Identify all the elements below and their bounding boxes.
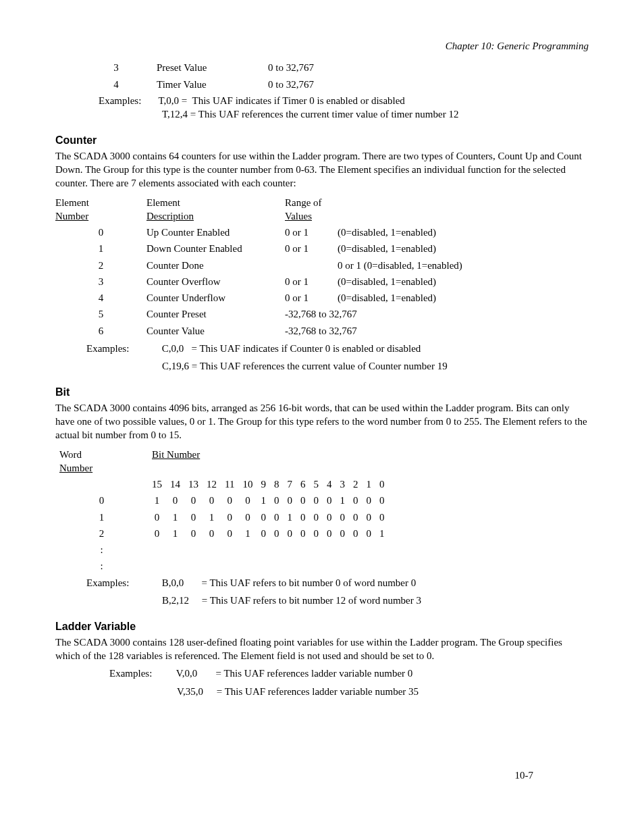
bit-col: 6 bbox=[296, 476, 310, 492]
bit-col: 0 bbox=[375, 476, 389, 492]
c-d: Counter Value bbox=[146, 323, 285, 339]
bv: 0 bbox=[270, 525, 284, 542]
word-label-a: Word bbox=[59, 449, 82, 460]
bit-col: 13 bbox=[184, 476, 203, 492]
bv: 0 bbox=[257, 525, 270, 542]
word-num: 0 bbox=[55, 492, 148, 509]
page-number: 10-7 bbox=[515, 768, 534, 782]
counter-elements-table: Element Number Element Description Range… bbox=[55, 194, 462, 339]
timer-elem-desc: Timer Value bbox=[157, 76, 268, 93]
c-r: 0 or 1 bbox=[285, 273, 338, 290]
bv: 0 bbox=[184, 525, 203, 542]
bit-example-text: = This UAF refers to bit number 0 of wor… bbox=[202, 577, 417, 588]
c-n: 2 bbox=[55, 257, 146, 273]
bit-col: 2 bbox=[349, 476, 363, 492]
timer-example-2: T,12,4 = This UAF references the current… bbox=[162, 107, 589, 121]
bv: 1 bbox=[375, 525, 389, 542]
bv: 0 bbox=[296, 525, 310, 542]
bit-col: 9 bbox=[257, 476, 270, 492]
ladder-example-code: V,35,0 bbox=[177, 685, 214, 698]
timer-example-code: T,0,0 = bbox=[158, 95, 187, 106]
counter-heading: Counter bbox=[55, 133, 589, 148]
bv: 0 bbox=[323, 525, 336, 542]
bit-col: 4 bbox=[323, 476, 336, 492]
bv: 0 bbox=[349, 525, 363, 542]
counter-example-text: = This UAF indicates if Counter 0 is ena… bbox=[192, 343, 421, 354]
bv: 1 bbox=[336, 492, 349, 509]
bv: 0 bbox=[184, 509, 203, 525]
bv: 0 bbox=[283, 525, 296, 542]
bv: 0 bbox=[184, 492, 203, 509]
timer-elem-desc: Preset Value bbox=[157, 59, 268, 76]
c-note: (0=disabled, 1=enabled) bbox=[338, 240, 462, 257]
ladder-heading: Ladder Variable bbox=[55, 619, 589, 634]
c-n: 5 bbox=[55, 306, 146, 322]
bv: 1 bbox=[148, 492, 166, 509]
c-d: Counter Preset bbox=[146, 306, 285, 322]
bv: 0 bbox=[203, 492, 221, 509]
col-head: Number bbox=[55, 211, 88, 221]
examples-label: Examples: bbox=[86, 576, 159, 590]
dots: : bbox=[55, 558, 148, 574]
ladder-example-text: = This UAF references ladder variable nu… bbox=[217, 686, 419, 697]
counter-example-2: C,19,6 = This UAF references the current… bbox=[162, 359, 589, 373]
timer-elem-num: 4 bbox=[76, 76, 157, 93]
c-r: 0 or 1 bbox=[285, 240, 338, 257]
bit-example-code: B,0,0 bbox=[162, 576, 199, 590]
bit-heading: Bit bbox=[55, 385, 589, 400]
bv: 0 bbox=[296, 509, 310, 525]
ladder-example-text: = This UAF references ladder variable nu… bbox=[216, 668, 413, 679]
bv: 0 bbox=[221, 509, 238, 525]
bit-col: 7 bbox=[283, 476, 296, 492]
bit-examples: Examples: B,0,0 = This UAF refers to bit… bbox=[86, 576, 589, 590]
bv: 0 bbox=[336, 509, 349, 525]
ladder-paragraph: The SCADA 3000 contains 128 user-defined… bbox=[55, 635, 589, 663]
bv: 0 bbox=[362, 492, 375, 509]
c-n: 3 bbox=[55, 273, 146, 290]
bv: 1 bbox=[166, 525, 184, 542]
bit-number-label: Bit Number bbox=[152, 449, 200, 460]
bv: 0 bbox=[270, 509, 284, 525]
counter-examples: Examples: C,0,0 = This UAF indicates if … bbox=[86, 342, 589, 355]
bit-col: 8 bbox=[270, 476, 284, 492]
col-head: Range of bbox=[285, 197, 322, 208]
bit-col: 11 bbox=[221, 476, 238, 492]
c-n: 1 bbox=[55, 240, 146, 257]
bit-example-2: B,2,12 = This UAF refers to bit number 1… bbox=[162, 594, 589, 607]
examples-label: Examples: bbox=[109, 667, 173, 680]
c-r: -32,768 to 32,767 bbox=[285, 323, 462, 339]
timer-examples: Examples: T,0,0 = This UAF indicates if … bbox=[99, 94, 589, 107]
bv: 1 bbox=[283, 509, 296, 525]
col-head: Element bbox=[146, 197, 180, 208]
word-num: 1 bbox=[55, 509, 148, 525]
bv: 0 bbox=[221, 492, 238, 509]
timer-elem-num: 3 bbox=[76, 59, 157, 76]
c-note: 0 or 1 (0=disabled, 1=enabled) bbox=[338, 257, 462, 273]
timer-elements-table: 3 Preset Value 0 to 32,767 4 Timer Value… bbox=[76, 59, 314, 93]
bit-col: 5 bbox=[309, 476, 323, 492]
col-head: Description bbox=[146, 211, 194, 221]
bv: 0 bbox=[283, 492, 296, 509]
c-d: Counter Done bbox=[146, 257, 285, 273]
c-r: 0 or 1 bbox=[285, 224, 338, 240]
bit-col: 1 bbox=[362, 476, 375, 492]
bit-paragraph: The SCADA 3000 contains 4096 bits, arran… bbox=[55, 401, 589, 442]
bv: 0 bbox=[362, 525, 375, 542]
bv: 0 bbox=[309, 509, 323, 525]
bv: 0 bbox=[166, 492, 184, 509]
c-d: Counter Overflow bbox=[146, 273, 285, 290]
c-r: 0 or 1 bbox=[285, 290, 338, 306]
timer-elem-range: 0 to 32,767 bbox=[268, 76, 314, 93]
bit-example-code: B,2,12 bbox=[162, 594, 199, 607]
c-d: Down Counter Enabled bbox=[146, 240, 285, 257]
bv: 0 bbox=[257, 509, 270, 525]
c-d: Counter Underflow bbox=[146, 290, 285, 306]
word-label-b: Number bbox=[59, 463, 92, 473]
c-r: -32,768 to 32,767 bbox=[285, 306, 462, 322]
bv: 1 bbox=[257, 492, 270, 509]
bv: 1 bbox=[166, 509, 184, 525]
bv: 0 bbox=[323, 509, 336, 525]
bit-col: 3 bbox=[336, 476, 349, 492]
counter-paragraph: The SCADA 3000 contains 64 counters for … bbox=[55, 149, 589, 190]
bv: 0 bbox=[221, 525, 238, 542]
